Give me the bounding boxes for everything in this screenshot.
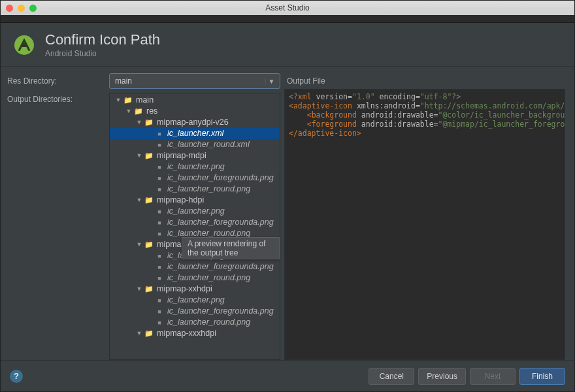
- tree-file[interactable]: ic_launcher_foregrounda.png: [110, 172, 280, 184]
- tree-file[interactable]: ic_launcher_foregrounda.png: [110, 261, 280, 272]
- file-icon: [154, 272, 165, 284]
- asset-studio-window: Asset Studio Confirm Icon Path Android S…: [0, 0, 575, 392]
- tree-file[interactable]: ic_launcher_foregrounda.png: [110, 217, 280, 228]
- tree-folder[interactable]: ▼mipmap-anydpi-v26: [110, 117, 280, 128]
- tree-file[interactable]: ic_launcher.png: [110, 295, 280, 306]
- tree-item-label: ic_launcher_foregrounda.png: [167, 172, 274, 184]
- disclosure-icon[interactable]: ▼: [135, 328, 144, 339]
- tree-folder[interactable]: ▼mipmap-xxhdpi: [110, 284, 280, 295]
- finish-button[interactable]: Finish: [519, 368, 565, 385]
- folder-icon: [144, 117, 154, 128]
- tree-item-label: ic_launcher_round.xml: [167, 139, 250, 150]
- file-icon: [154, 161, 165, 173]
- previous-button[interactable]: Previous: [418, 368, 466, 385]
- file-icon: [154, 295, 165, 306]
- tree-folder[interactable]: ▼mipmap-hdpi: [110, 195, 280, 206]
- window-title: Asset Studio: [1, 3, 574, 12]
- help-icon[interactable]: ?: [10, 370, 23, 383]
- folder-icon: [144, 284, 154, 295]
- tree-folder[interactable]: ▼mipmap-mdpi: [110, 150, 280, 161]
- res-directory-label: Res Directory:: [7, 73, 105, 89]
- tree-file[interactable]: ic_launcher.xml: [110, 128, 280, 139]
- output-file-label: Output File: [284, 73, 565, 89]
- folder-icon: [144, 150, 154, 161]
- file-icon: [154, 250, 165, 262]
- res-directory-select[interactable]: main ▼: [109, 73, 280, 89]
- tree-item-label: ic_launcher_round.png: [167, 317, 250, 328]
- disclosure-icon[interactable]: ▼: [135, 284, 144, 295]
- tree-item-label: mipmap-anydpi-v26: [157, 117, 229, 128]
- android-studio-icon: [12, 33, 36, 57]
- tree-file[interactable]: ic_launcher_round.xml: [110, 139, 280, 150]
- folder-icon: [133, 106, 144, 117]
- res-directory-value: main: [115, 76, 265, 86]
- tree-file[interactable]: ic_launcher.png: [110, 161, 280, 172]
- tree-file[interactable]: ic_launcher_round.png: [110, 272, 280, 284]
- disclosure-icon[interactable]: ▼: [135, 195, 144, 206]
- page-title: Confirm Icon Path: [45, 32, 160, 48]
- disclosure-icon[interactable]: ▼: [114, 95, 123, 106]
- tree-item-label: main: [136, 95, 154, 106]
- chevron-down-icon: ▼: [265, 78, 277, 85]
- tree-file[interactable]: ic_launcher_foregrounda.png: [110, 306, 280, 317]
- tree-item-label: mipmap-xxhdpi: [157, 284, 212, 295]
- disclosure-icon[interactable]: ▼: [135, 117, 144, 128]
- tooltip: A preview rendering of the output tree: [182, 237, 280, 259]
- file-icon: [154, 306, 165, 318]
- tree-file[interactable]: ic_launcher_round.png: [110, 184, 280, 195]
- file-icon: [154, 206, 165, 218]
- tree-item-label: ic_launcher_round.png: [167, 272, 250, 284]
- tree-item-label: ic_launcher.png: [167, 295, 225, 306]
- titlebar[interactable]: Asset Studio: [1, 1, 574, 15]
- disclosure-icon[interactable]: ▼: [135, 150, 144, 161]
- file-icon: [154, 139, 165, 151]
- tree-item-label: ic_launcher_foregrounda.png: [167, 306, 274, 317]
- tree-folder[interactable]: ▼res: [110, 106, 280, 117]
- cancel-button[interactable]: Cancel: [369, 368, 414, 385]
- tree-file[interactable]: ic_launcher.png: [110, 206, 280, 217]
- next-button: Next: [470, 368, 516, 385]
- output-tree[interactable]: ▼main▼res▼mipmap-anydpi-v26ic_launcher.x…: [109, 93, 280, 360]
- tree-item-label: ic_launcher.png: [167, 206, 225, 217]
- output-directories-label: Output Directories:: [7, 93, 105, 360]
- editor-tab-strip: [1, 15, 574, 23]
- tree-item-label: mipmap-xxxhdpi: [157, 328, 216, 339]
- folder-icon: [144, 328, 154, 339]
- tree-item-label: mipmap-mdpi: [157, 150, 206, 161]
- tree-item-label: ic_launcher.png: [167, 161, 225, 172]
- tree-folder[interactable]: ▼mipmap-xxxhdpi: [110, 328, 280, 339]
- file-icon: [154, 317, 165, 329]
- folder-icon: [144, 195, 154, 206]
- file-icon: [154, 128, 165, 140]
- tree-item-label: mipmap-hdpi: [157, 195, 204, 206]
- disclosure-icon[interactable]: ▼: [124, 106, 133, 117]
- file-icon: [154, 228, 165, 240]
- dialog-footer: ? Cancel Previous Next Finish: [1, 360, 574, 391]
- dialog-header: Confirm Icon Path Android Studio: [1, 23, 574, 63]
- svg-point-1: [22, 43, 26, 47]
- tree-item-label: ic_launcher_round.png: [167, 184, 250, 195]
- file-icon: [154, 217, 165, 229]
- tree-item-label: ic_launcher_foregrounda.png: [167, 217, 274, 228]
- tree-file[interactable]: ic_launcher_round.png: [110, 317, 280, 328]
- file-icon: [154, 172, 165, 184]
- tree-item-label: res: [146, 106, 157, 117]
- output-file-preview[interactable]: <?xml version="1.0" encoding="utf-8"?> <…: [284, 89, 565, 360]
- divider: [1, 66, 574, 67]
- file-icon: [154, 184, 165, 195]
- page-subtitle: Android Studio: [45, 49, 160, 58]
- file-icon: [154, 261, 165, 273]
- disclosure-icon[interactable]: ▼: [135, 239, 144, 250]
- tree-item-label: ic_launcher.xml: [167, 128, 223, 139]
- folder-icon: [144, 239, 154, 250]
- tree-folder[interactable]: ▼main: [110, 95, 280, 106]
- tree-item-label: ic_launcher_foregrounda.png: [167, 261, 274, 272]
- folder-icon: [123, 95, 133, 106]
